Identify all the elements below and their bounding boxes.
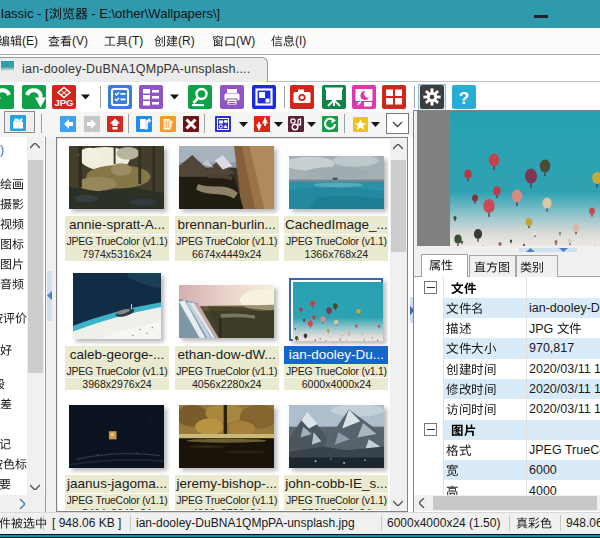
svg-text:?: ?: [459, 89, 469, 108]
svg-text:JPG: JPG: [54, 97, 73, 108]
